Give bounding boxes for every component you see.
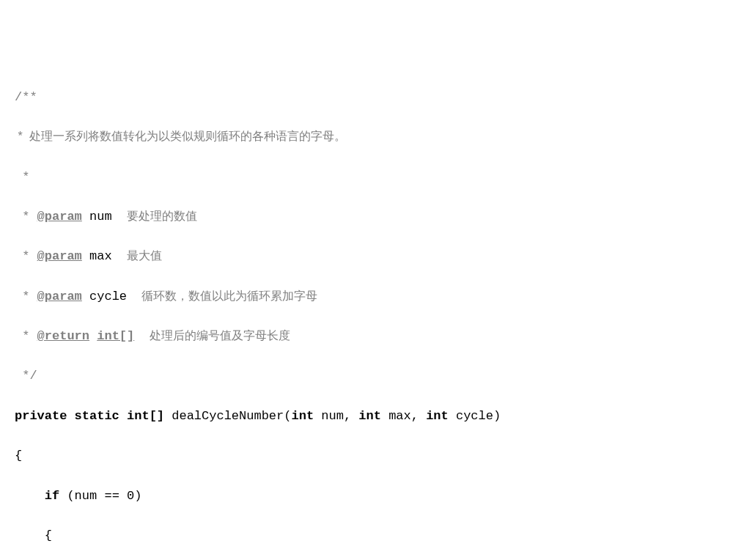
code-line: { [15, 526, 718, 545]
param-tag-1: @param [37, 210, 82, 224]
code-block: /** * 处理一系列将数值转化为以类似规则循环的各种语言的字母。 * * @p… [15, 67, 718, 560]
return-type: int[] [97, 329, 134, 343]
code-line: if (num == 0) [15, 486, 718, 506]
doc-summary: * 处理一系列将数值转化为以类似规则循环的各种语言的字母。 [15, 130, 346, 142]
doc-close: */ [15, 369, 37, 383]
param-name-2: max [89, 249, 112, 263]
param-name-3: cycle [89, 290, 127, 303]
method-signature: private static int[] dealCycleNumber(int… [15, 406, 718, 426]
param-desc-2: 最大值 [127, 249, 162, 262]
doc-star: * [15, 210, 37, 224]
param-tag-3: @param [37, 290, 82, 303]
param-desc-1: 要处理的数值 [127, 210, 197, 222]
return-tag: @return [37, 329, 89, 343]
open-brace: { [15, 446, 718, 465]
param-name-1: num [89, 210, 112, 224]
return-desc: 处理后的编号值及字母长度 [150, 329, 290, 342]
param-desc-3: 循环数，数值以此为循环累加字母 [141, 290, 317, 302]
doc-blank: * [15, 170, 29, 184]
doc-open: /** [15, 90, 37, 104]
param-tag-2: @param [37, 249, 82, 263]
